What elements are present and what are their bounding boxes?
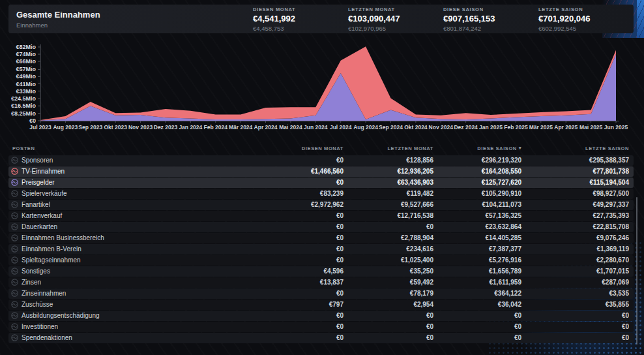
x-tick-label: Feb 2024 xyxy=(204,124,228,131)
series-toggle-wave-icon[interactable] xyxy=(11,312,18,319)
row-value: €36,042 xyxy=(498,300,521,310)
row-label: Zinsen xyxy=(22,277,41,288)
stat-label: LETZTEN MONAT xyxy=(348,7,443,12)
series-toggle-wave-icon[interactable] xyxy=(11,168,18,175)
row-label: Investitionen xyxy=(22,322,58,332)
column-header-c3[interactable]: DIESE SAISON▾ xyxy=(477,146,521,151)
y-tick-label: €16.5Mio xyxy=(11,102,37,109)
table-row[interactable]: Sonstiges€4,596€35,250€1,656,789€1,707,0… xyxy=(8,266,634,277)
series-toggle-wave-icon[interactable] xyxy=(11,245,18,253)
series-toggle-wave-icon[interactable] xyxy=(11,301,18,308)
y-tick-label: €74Mio xyxy=(16,51,36,57)
table-row[interactable]: Zinsen€13,837€59,492€1,611,959€287,069 xyxy=(8,277,634,288)
stat-subvalue: €801,874,242 xyxy=(443,25,538,32)
table-row[interactable]: Ausbildungsentschädigung€0€0€0€0 xyxy=(8,311,634,321)
summary-stats: DIESEN MONAT€4,541,992€4,458,753LETZTEN … xyxy=(253,7,634,32)
summary-stat: LETZTEN MONAT€103,090,447€102,970,965 xyxy=(348,7,443,32)
row-value: €9,076,246 xyxy=(596,233,629,243)
row-value: €77,801,738 xyxy=(593,166,629,177)
row-value: €1,369,119 xyxy=(597,244,630,255)
stat-value: €701,920,046 xyxy=(538,14,634,23)
x-tick-label: Nov 2023 xyxy=(128,124,153,131)
series-toggle-wave-icon[interactable] xyxy=(11,290,18,297)
x-tick-label: Jan 2025 xyxy=(479,124,503,131)
table-row[interactable]: Kartenverkauf€0€12,716,538€57,136,325€27… xyxy=(8,211,634,221)
x-tick-label: Dez 2023 xyxy=(154,124,178,131)
series-toggle-wave-icon[interactable] xyxy=(11,190,18,197)
x-tick-label: Jan 2024 xyxy=(179,124,202,131)
table-row[interactable]: Spielerverkäufe€83,239€119,482€105,290,9… xyxy=(8,189,634,199)
summary-title-block: Gesamte Einnahmen Einnahmen xyxy=(8,10,253,29)
column-header-c1[interactable]: DIESEN MONAT xyxy=(302,146,344,151)
x-tick-label: Okt 2024 xyxy=(404,124,428,131)
table-row[interactable]: Einnahmen B-Verein€0€234,616€7,387,377€1… xyxy=(8,244,634,255)
series-toggle-wave-icon[interactable] xyxy=(11,323,18,330)
table-body: Sponsoren€0€128,856€296,219,320€295,388,… xyxy=(8,155,634,344)
stat-value: €103,090,447 xyxy=(348,14,443,23)
series-toggle-wave-icon[interactable] xyxy=(11,279,18,286)
row-value: €0 xyxy=(336,322,344,332)
row-label: Fanartikel xyxy=(22,200,50,210)
row-value: €164,208,550 xyxy=(482,166,521,177)
series-toggle-wave-icon[interactable] xyxy=(11,268,18,275)
x-tick-label: Feb 2025 xyxy=(504,124,528,131)
page-title: Gesamte Einnahmen xyxy=(16,10,253,20)
stat-label: LETZTE SAISON xyxy=(538,7,634,12)
row-value: €0 xyxy=(514,322,521,332)
series-toggle-wave-icon[interactable] xyxy=(11,256,18,264)
row-value: €104,211,073 xyxy=(482,200,521,210)
row-value: €7,387,377 xyxy=(489,244,521,255)
series-toggle-wave-icon[interactable] xyxy=(11,334,18,341)
row-value: €0 xyxy=(336,255,344,266)
table-row[interactable]: Spieltagseinnahmen€0€1,025,400€5,276,916… xyxy=(8,255,634,266)
row-value: €287,069 xyxy=(602,277,629,288)
row-label: Einnahmen Businessbereich xyxy=(22,233,104,243)
table-row[interactable]: Fanartikel€2,972,962€9,527,666€104,211,0… xyxy=(8,200,634,210)
x-tick-label: Aug 2023 xyxy=(53,124,78,131)
row-value: €35,250 xyxy=(410,266,433,277)
row-value: €0 xyxy=(622,311,629,321)
series-toggle-wave-icon[interactable] xyxy=(11,157,18,164)
table-row[interactable]: Zuschüsse€797€2,954€36,042€35,855 xyxy=(8,300,634,310)
table-row[interactable]: TV-Einnahmen€1,466,560€12,936,205€164,20… xyxy=(8,166,634,177)
stat-label: DIESE SAISON xyxy=(443,7,538,12)
row-value: €13,837 xyxy=(320,277,344,288)
column-header-c2[interactable]: LETZTEN MONAT xyxy=(387,146,433,151)
series-toggle-wave-icon[interactable] xyxy=(11,201,18,208)
stat-subvalue: €102,970,965 xyxy=(348,25,443,32)
row-label: Sonstiges xyxy=(22,266,50,277)
row-value: €0 xyxy=(336,222,344,232)
x-tick-label: Mai 2025 xyxy=(579,124,603,131)
column-header-posten[interactable]: POSTEN xyxy=(12,146,35,151)
table-row[interactable]: Spendenaktionen€0€0€0€0 xyxy=(8,333,634,343)
row-value: €0 xyxy=(336,155,344,166)
table-row[interactable]: Preisgelder€0€63,436,903€125,727,620€115… xyxy=(8,178,634,188)
row-value: €3,535 xyxy=(609,288,629,299)
x-tick-label: Jun 2025 xyxy=(604,124,628,131)
column-header-c4[interactable]: LETZTE SAISON xyxy=(585,146,629,151)
series-toggle-wave-icon[interactable] xyxy=(11,234,18,241)
row-label: Spendenaktionen xyxy=(22,333,72,343)
row-label: TV-Einnahmen xyxy=(22,166,65,177)
table-row[interactable]: Einnahmen Businessbereich€0€2,788,904€14… xyxy=(8,233,634,243)
table-row[interactable]: Zinseinnahmen€0€78,179€364,122€3,535 xyxy=(8,288,634,299)
table-scrollbar[interactable] xyxy=(636,197,637,345)
x-tick-label: Jul 2024 xyxy=(330,124,352,131)
table-row[interactable]: Sponsoren€0€128,856€296,219,320€295,388,… xyxy=(8,155,634,166)
x-tick-label: Okt 2023 xyxy=(104,124,127,131)
series-toggle-wave-icon[interactable] xyxy=(11,212,18,219)
row-value: €9,527,666 xyxy=(401,200,433,210)
table-row[interactable]: Investitionen€0€0€0€0 xyxy=(8,322,634,332)
row-value: €98,927,500 xyxy=(593,189,629,199)
row-value: €0 xyxy=(426,333,433,343)
y-tick-label: €33Mio xyxy=(16,88,36,95)
y-tick-label: €49Mio xyxy=(16,73,36,80)
row-value: €0 xyxy=(514,333,521,343)
series-toggle-wave-icon[interactable] xyxy=(11,179,18,186)
row-value: €234,616 xyxy=(406,244,433,255)
stat-subvalue: €602,992,545 xyxy=(538,25,634,32)
table-row[interactable]: Dauerkarten€0€0€23,632,864€22,815,708 xyxy=(8,222,634,232)
row-value: €5,276,916 xyxy=(489,255,521,266)
series-toggle-wave-icon[interactable] xyxy=(11,223,18,230)
row-value: €128,856 xyxy=(406,155,433,166)
